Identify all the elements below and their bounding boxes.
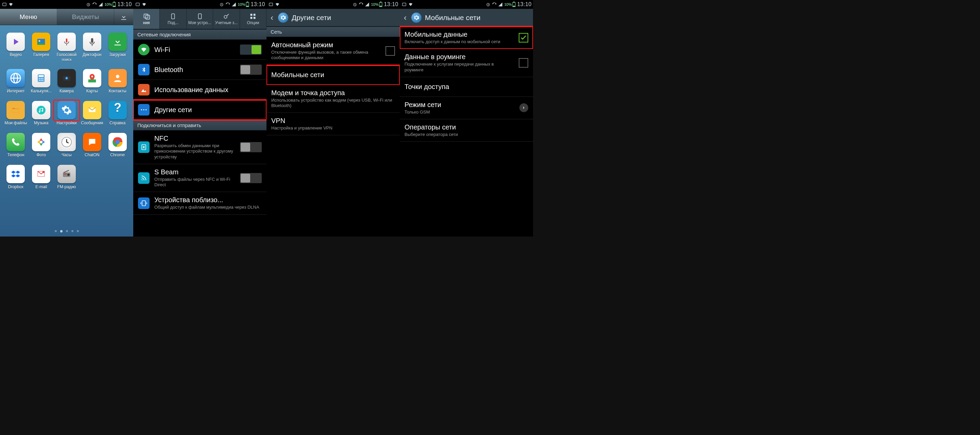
svg-point-39 — [67, 174, 70, 176]
row-netmode[interactable]: Режим сетиТолько GSM — [400, 97, 533, 119]
battery-indicator: 10% — [371, 2, 382, 7]
app-label: Загрузки — [109, 52, 126, 57]
app-label: E-mail — [35, 184, 47, 189]
row-title: Другие сети — [154, 106, 262, 114]
svg-rect-55 — [254, 17, 256, 19]
row-nearby[interactable]: Устройства поблизо...Общий доступ к файл… — [133, 192, 267, 214]
app-radio[interactable]: FM-радио — [54, 165, 79, 189]
tab-menu[interactable]: Меню — [0, 9, 57, 25]
row-subtitle: Отправить файлы через NFC и Wi-Fi Direct — [154, 177, 235, 188]
settings-gear-icon — [411, 13, 422, 23]
app-rec[interactable]: Диктофон — [80, 33, 104, 62]
app-calc[interactable]: Калькуля... — [29, 69, 54, 94]
svg-point-51 — [224, 15, 227, 18]
row-subtitle: Использовать устройство как модем (через… — [271, 98, 395, 109]
row-roaming[interactable]: Данные в роумингеПодключение к услугам п… — [400, 49, 533, 77]
checkbox-airplane[interactable] — [385, 46, 395, 56]
checkbox-roaming[interactable] — [519, 58, 528, 68]
music-icon — [32, 101, 50, 119]
tab-accounts[interactable]: Учетные з... — [213, 9, 240, 29]
row-apn[interactable]: Точки доступа — [400, 77, 533, 97]
row-nfc[interactable]: NFCРазрешить обмен данными при прикоснов… — [133, 130, 267, 164]
app-voice[interactable]: Голосовойпоиск — [54, 33, 79, 62]
app-phone[interactable]: Телефон — [3, 133, 28, 157]
app-video[interactable]: Видео — [3, 33, 28, 62]
app-files[interactable]: Мои файлы — [3, 101, 28, 125]
app-msg[interactable]: Сообщения — [80, 101, 104, 125]
toggle-sbeam[interactable] — [240, 173, 262, 183]
row-mobiledata[interactable]: Мобильные данныеВключить доступ к данным… — [400, 27, 533, 49]
row-bt[interactable]: Bluetooth — [133, 60, 267, 80]
app-photos[interactable]: Фото — [29, 133, 54, 157]
app-email[interactable]: E-mail — [29, 165, 54, 189]
checkbox-mobiledata[interactable] — [519, 33, 528, 43]
phone-icon — [6, 133, 25, 151]
svg-point-6 — [39, 40, 40, 42]
svg-point-56 — [141, 109, 142, 110]
panel-app-drawer: 10% 13:10 Меню Виджеты ВидеоГалереяГолос… — [0, 0, 133, 237]
svg-rect-14 — [39, 75, 44, 77]
row-subtitle: Включить доступ к данным по мобильной се… — [404, 39, 514, 44]
clock: 13:10 — [517, 2, 531, 8]
toggle-bt[interactable] — [240, 65, 262, 75]
download-tab-icon[interactable] — [114, 9, 133, 25]
app-settings[interactable]: Настройки — [54, 101, 79, 125]
signal-icon — [231, 2, 236, 7]
app-maps[interactable]: Карты — [80, 69, 104, 94]
row-wifi[interactable]: Wi-Fi — [133, 40, 267, 60]
row-operators[interactable]: Операторы сетиВыберите оператора сети — [400, 119, 533, 142]
svg-point-24 — [91, 76, 93, 78]
app-cam[interactable]: Камера — [54, 69, 79, 94]
toggle-nfc[interactable] — [240, 142, 262, 152]
app-label: Сообщения — [81, 121, 103, 125]
tab-mydevice[interactable]: Мое устро... — [187, 9, 213, 29]
app-label: Камера — [59, 89, 74, 94]
row-mobilenets[interactable]: Мобильные сети — [267, 65, 400, 85]
row-title: Устройства поблизо... — [154, 196, 262, 204]
row-tether[interactable]: Модем и точка доступаИспользовать устрой… — [267, 85, 400, 113]
app-label: FM-радио — [57, 184, 76, 189]
app-help[interactable]: ?Справка — [105, 101, 130, 125]
svg-point-17 — [43, 78, 43, 79]
app-chrome[interactable]: Chrome — [105, 133, 130, 157]
app-label: Карты — [86, 89, 98, 94]
svg-rect-40 — [64, 174, 67, 174]
section-connect-share: Подключиться и отправить — [133, 120, 267, 130]
row-vpn[interactable]: VPNНастройка и управление VPN — [267, 113, 400, 135]
toggle-wifi[interactable] — [240, 44, 262, 55]
tab-more[interactable]: Опции — [240, 9, 267, 29]
row-airplane[interactable]: Автономный режимОтключение функций вызов… — [267, 37, 400, 65]
row-subtitle: Настройка и управление VPN — [271, 125, 395, 131]
tab-widgets[interactable]: Виджеты — [57, 9, 114, 25]
row-morenets[interactable]: Другие сети — [133, 100, 267, 120]
gallery-icon — [32, 33, 50, 51]
row-title: Мобильные данные — [404, 30, 514, 38]
app-chaton[interactable]: ChatON — [80, 133, 104, 157]
app-ie[interactable]: Интернет — [3, 69, 28, 94]
app-contacts[interactable]: Контакты — [105, 69, 130, 94]
sync-icon — [492, 2, 496, 7]
app-music[interactable]: Музыка — [29, 101, 54, 125]
svg-point-23 — [66, 78, 67, 79]
svg-rect-61 — [269, 3, 273, 6]
app-dl[interactable]: Загрузки — [105, 33, 130, 62]
app-dropbox[interactable]: Dropbox — [3, 165, 28, 189]
battery-indicator: 10% — [504, 2, 515, 7]
wifi-icon — [142, 2, 147, 7]
row-title: Модем и точка доступа — [271, 89, 395, 97]
input-mode-icon — [135, 2, 140, 7]
svg-rect-27 — [13, 109, 19, 113]
chaton-icon — [83, 133, 101, 151]
back-button[interactable]: ‹ — [269, 13, 275, 22]
row-datausage[interactable]: Использование данных — [133, 80, 267, 100]
app-gallery[interactable]: Галерея — [29, 33, 54, 62]
app-clock[interactable]: Часы — [54, 133, 79, 157]
battery-indicator: 10% — [238, 2, 249, 7]
tab-connections[interactable]: ния — [133, 9, 160, 29]
tab-device[interactable]: Под... — [160, 9, 186, 29]
wifi-icon — [408, 2, 414, 7]
row-title: NFC — [154, 135, 235, 142]
svg-rect-8 — [66, 44, 67, 46]
back-button[interactable]: ‹ — [402, 13, 408, 22]
row-sbeam[interactable]: S BeamОтправить файлы через NFC и Wi-Fi … — [133, 164, 267, 192]
